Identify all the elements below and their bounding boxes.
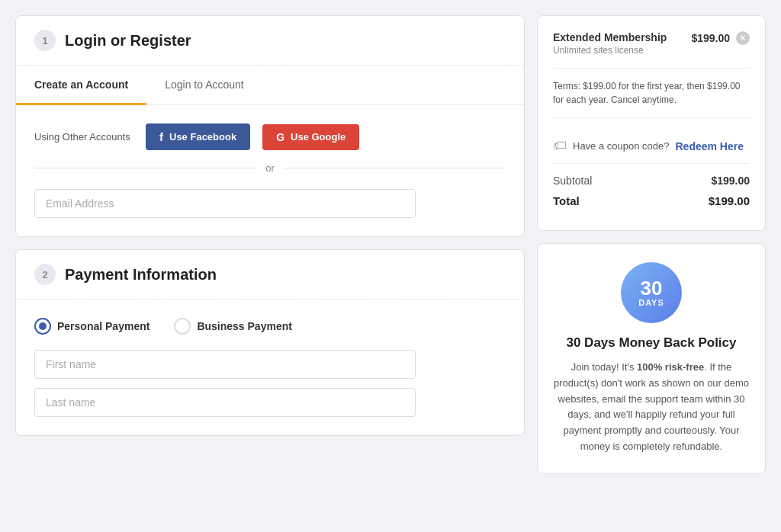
business-payment-option[interactable]: Business Payment [174,318,292,335]
or-line-left [34,168,256,168]
order-item-price-row: $199.00 × [691,31,750,45]
order-item-row: Extended Membership Unlimited sites lice… [553,31,750,56]
section1-body: Using Other Accounts f Use Facebook G Us… [16,105,524,236]
personal-radio[interactable] [34,318,51,335]
coupon-label: Have a coupon code? [573,140,669,152]
facebook-button[interactable]: f Use Facebook [146,123,250,150]
payment-card: 2 Payment Information Personal Payment B… [15,249,525,436]
business-radio[interactable] [174,318,191,335]
step2-circle: 2 [34,264,56,285]
personal-payment-label: Personal Payment [57,320,149,332]
or-line-right [284,168,506,168]
subtotal-value: $199.00 [711,175,750,187]
section1-header: 1 Login or Register [16,16,524,66]
subtotal-label: Subtotal [553,175,592,187]
remove-item-button[interactable]: × [736,31,750,45]
coupon-icon: 🏷 [553,138,567,154]
total-label: Total [553,194,580,207]
coupon-row: 🏷 Have a coupon code? Redeem Here [553,129,750,164]
right-column: Extended Membership Unlimited sites lice… [537,15,766,474]
social-label: Using Other Accounts [34,131,133,143]
order-summary-card: Extended Membership Unlimited sites lice… [537,15,766,231]
money-back-card: 30 DAYS 30 Days Money Back Policy Join t… [537,243,766,474]
terms-text: Terms: $199.00 for the first year, then … [553,68,750,118]
email-input[interactable] [34,189,416,218]
order-item-price: $199.00 [691,32,730,44]
left-column: 1 Login or Register Create an Account Lo… [15,15,525,474]
tab-create-account[interactable]: Create an Account [16,66,146,105]
section2-header: 2 Payment Information [16,250,524,300]
or-text: or [265,162,275,174]
section2-title: Payment Information [65,266,217,284]
days-label: DAYS [638,298,664,307]
google-button-label: Use Google [291,131,346,143]
payment-options: Personal Payment Business Payment [34,318,506,335]
money-back-description: Join today! It's 100% risk-free. If the … [553,360,750,455]
page-wrapper: 1 Login or Register Create an Account Lo… [15,15,766,474]
section1-title: Login or Register [65,32,191,50]
business-payment-label: Business Payment [197,320,292,332]
facebook-icon: f [159,130,163,143]
total-value: $199.00 [709,194,750,207]
lastname-input[interactable] [34,388,416,417]
days-badge: 30 DAYS [621,262,682,323]
login-register-card: 1 Login or Register Create an Account Lo… [15,15,525,237]
tabs-row: Create an Account Login to Account [16,66,524,105]
subtotal-row: Subtotal $199.00 [553,175,750,187]
order-item-name: Extended Membership [553,31,667,43]
personal-payment-option[interactable]: Personal Payment [34,318,149,335]
order-item-sub: Unlimited sites license [553,45,667,56]
google-button[interactable]: G Use Google [262,124,359,150]
google-icon: G [276,131,284,143]
tab-login-account[interactable]: Login to Account [146,66,262,105]
or-divider: or [34,162,506,174]
social-row: Using Other Accounts f Use Facebook G Us… [34,123,506,150]
redeem-link[interactable]: Redeem Here [675,140,744,152]
firstname-input[interactable] [34,350,416,379]
total-row: Total $199.00 [553,194,750,207]
days-number: 30 [641,278,663,298]
money-back-title: 30 Days Money Back Policy [553,335,750,351]
payment-form-fields [34,350,506,417]
section2-body: Personal Payment Business Payment [16,300,524,435]
order-item-info: Extended Membership Unlimited sites lice… [553,31,667,56]
facebook-button-label: Use Facebook [169,131,236,143]
step1-circle: 1 [34,30,56,51]
